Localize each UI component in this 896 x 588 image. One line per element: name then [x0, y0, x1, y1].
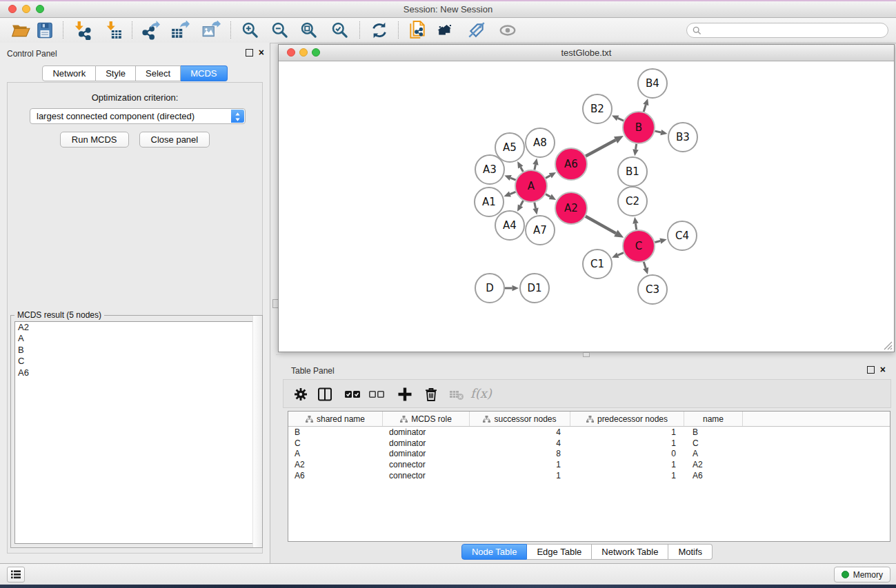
add-column-icon[interactable]: [397, 386, 413, 403]
open-session-icon[interactable]: [11, 21, 30, 40]
dropdown-stepper-icon: [231, 110, 244, 123]
graph-edge[interactable]: [586, 140, 615, 156]
table-row[interactable]: A2connector11A2: [288, 459, 890, 470]
network-snapshot-icon[interactable]: [408, 21, 427, 40]
float-panel-icon[interactable]: [246, 49, 253, 57]
unchecked-columns-icon[interactable]: [368, 386, 385, 403]
horizontal-splitter-grip[interactable]: [583, 352, 590, 357]
graph-node-label: C4: [675, 230, 689, 242]
zoom-fit-icon[interactable]: [299, 21, 319, 40]
home-icon[interactable]: [437, 21, 456, 40]
gear-icon[interactable]: [292, 386, 309, 403]
graph-edge[interactable]: [636, 144, 637, 150]
tab-style[interactable]: Style: [96, 65, 136, 81]
close-table-panel-icon[interactable]: ×: [880, 365, 886, 374]
zoom-in-icon[interactable]: [241, 21, 260, 40]
graph-edge[interactable]: [644, 262, 646, 268]
graph-edge[interactable]: [635, 223, 636, 230]
table-row[interactable]: Cdominator41C: [288, 438, 890, 449]
column-header[interactable]: predecessor nodes: [570, 412, 684, 426]
close-panel-icon[interactable]: ×: [259, 48, 264, 57]
column-header[interactable]: name: [684, 412, 743, 426]
zoom-out-icon[interactable]: [270, 21, 290, 40]
zoom-network-button[interactable]: [312, 48, 320, 57]
tab-node-table[interactable]: Node Table: [461, 544, 528, 560]
graph-node-label: C: [635, 240, 642, 252]
search-input[interactable]: [705, 24, 884, 38]
graph-edge-arrowhead: [660, 130, 667, 135]
graph-edge[interactable]: [546, 176, 550, 179]
hide-labels-icon[interactable]: [467, 21, 486, 40]
graph-edge[interactable]: [655, 131, 661, 132]
split-columns-icon[interactable]: [317, 386, 333, 403]
import-network-icon[interactable]: [72, 21, 91, 40]
graph-edge[interactable]: [618, 253, 624, 256]
criterion-dropdown[interactable]: largest connected component (directed): [30, 108, 246, 124]
zoom-selected-icon[interactable]: [330, 21, 350, 40]
graph-edge[interactable]: [618, 118, 624, 121]
result-scrollbar[interactable]: [252, 316, 262, 547]
save-session-icon[interactable]: [35, 21, 54, 40]
tab-network[interactable]: Network: [42, 65, 96, 81]
close-panel-button[interactable]: Close panel: [139, 132, 210, 148]
graph-edge[interactable]: [655, 241, 660, 243]
result-item[interactable]: A: [15, 333, 258, 344]
network-canvas[interactable]: B4B2BB3A8A5A6A3B1AA1C2A2A4A7C4CC1C3DD1: [279, 61, 894, 352]
result-item[interactable]: A6: [15, 367, 258, 378]
result-item[interactable]: C: [15, 356, 258, 367]
import-table-icon[interactable]: [103, 21, 123, 40]
graph-edge-arrowhead: [532, 207, 538, 214]
minimize-network-button[interactable]: [299, 48, 308, 57]
tab-edge-table[interactable]: Edge Table: [527, 544, 592, 560]
task-history-button[interactable]: [7, 567, 25, 582]
mcds-result-list[interactable]: A2ABCA6: [14, 321, 259, 544]
result-item[interactable]: A2: [15, 322, 258, 333]
graph-edge[interactable]: [535, 203, 536, 209]
graph-edge[interactable]: [521, 167, 524, 172]
table-row[interactable]: Adominator80A: [288, 449, 890, 460]
float-table-panel-icon[interactable]: [867, 366, 875, 374]
close-window-button[interactable]: [8, 5, 17, 13]
graph-edge[interactable]: [535, 165, 536, 170]
window-title: Session: New Session: [0, 1, 896, 17]
graph-node-label: B3: [676, 131, 690, 143]
graph-edge[interactable]: [586, 216, 616, 234]
export-image-icon[interactable]: [201, 21, 221, 40]
export-table-icon[interactable]: [170, 21, 190, 40]
memory-button[interactable]: Memory: [834, 567, 890, 582]
graph-edge[interactable]: [644, 105, 646, 112]
eye-icon[interactable]: [498, 21, 517, 40]
refresh-icon[interactable]: [370, 21, 389, 40]
network-window-titlebar[interactable]: testGlobe.txt: [279, 45, 894, 61]
graph-edge[interactable]: [521, 201, 524, 205]
graph-edge[interactable]: [546, 194, 550, 197]
mcds-result-title: MCDS result (5 nodes): [14, 310, 104, 320]
graph-edge-arrowhead: [504, 192, 511, 197]
tab-network-table[interactable]: Network Table: [592, 544, 668, 560]
column-header[interactable]: successor nodes: [470, 412, 570, 426]
graph-node-label: A1: [482, 196, 496, 208]
column-header[interactable]: MCDS role: [383, 412, 470, 426]
function-builder-icon: f(x): [470, 386, 492, 401]
tab-motifs[interactable]: Motifs: [668, 544, 713, 560]
zoom-window-button[interactable]: [36, 5, 44, 13]
export-network-icon[interactable]: [141, 21, 160, 40]
graph-edge[interactable]: [510, 178, 516, 180]
resize-grip-icon[interactable]: [884, 341, 893, 350]
close-network-button[interactable]: [287, 48, 295, 57]
network-view-window: testGlobe.txt B4B2BB3A8A5A6A3B1AA1C2A2A4…: [278, 44, 895, 352]
column-header[interactable]: shared name: [288, 412, 383, 426]
network-graph[interactable]: B4B2BB3A8A5A6A3B1AA1C2A2A4A7C4CC1C3DD1: [279, 61, 894, 352]
checked-columns-icon[interactable]: [344, 386, 361, 403]
table-row[interactable]: A6connector11A6: [288, 470, 890, 481]
search-box[interactable]: [686, 23, 888, 38]
graph-edge[interactable]: [510, 192, 515, 194]
tab-mcds[interactable]: MCDS: [181, 65, 227, 81]
table-row[interactable]: Bdominator41B: [288, 427, 890, 438]
run-mcds-button[interactable]: Run MCDS: [60, 132, 129, 148]
minimize-window-button[interactable]: [22, 5, 30, 13]
tab-select[interactable]: Select: [136, 65, 181, 81]
result-item[interactable]: B: [15, 345, 258, 356]
graph-edge-arrowhead: [633, 149, 638, 156]
delete-column-icon[interactable]: [423, 386, 439, 403]
